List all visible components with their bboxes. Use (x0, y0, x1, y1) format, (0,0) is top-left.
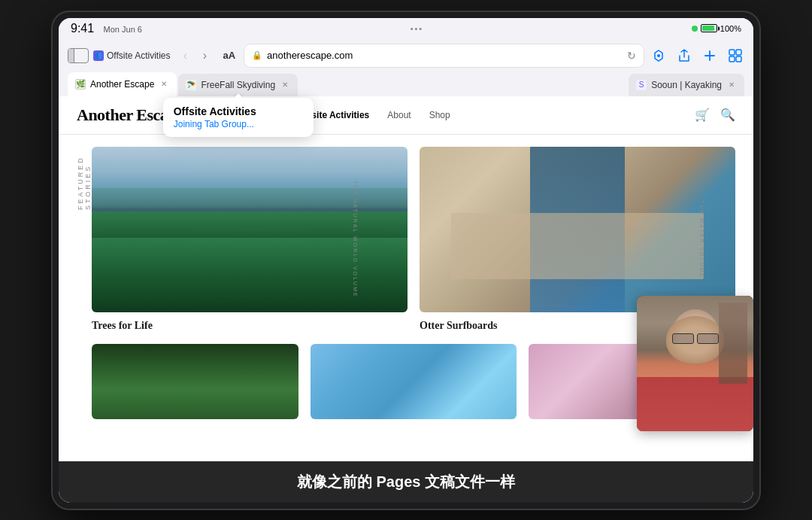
toolbar-left: 👥 Offsite Activities (68, 48, 170, 63)
svg-rect-3 (729, 50, 735, 55)
main-content: FEATURED STORIES THE NATURAL WORLD VOLUM… (59, 135, 753, 431)
svg-rect-4 (736, 50, 741, 55)
card-title-trees: Trees for Life (92, 320, 408, 332)
card-image-otter (420, 147, 735, 312)
glasses (672, 333, 719, 344)
url-text: anotherescape.com (267, 50, 353, 61)
svg-rect-6 (736, 56, 741, 62)
svg-point-0 (657, 54, 660, 57)
trees-image (92, 147, 408, 312)
svg-rect-5 (729, 56, 735, 62)
tab-freefall-skydiving[interactable]: 🪂 FreeFall Skydiving ✕ Offsite Activitie… (178, 74, 298, 96)
facetime-overlay[interactable] (637, 296, 753, 431)
browser-toolbar: 👥 Offsite Activities ‹ › aA 🔒 anotheresc… (68, 42, 744, 69)
tab-title-sooun: Sooun | Kayaking (651, 80, 722, 90)
sidebar-left-panel (68, 49, 74, 62)
new-tab-button[interactable] (701, 47, 719, 65)
battery-pct: 100% (720, 24, 741, 33)
toolbar-right (650, 47, 744, 65)
lock-icon: 🔒 (252, 50, 262, 60)
search-icon[interactable]: 🔍 (720, 108, 735, 122)
tab-group-label[interactable]: 👥 Offsite Activities (93, 50, 170, 61)
popup-arrow (234, 93, 243, 98)
reader-mode-button[interactable]: aA (220, 50, 238, 61)
ipad-frame: 9:41 Mon Jun 6 ••• 100% (53, 12, 759, 509)
otter-image (420, 147, 735, 312)
tab-favicon-another-escape: 🌿 (75, 79, 86, 90)
popup-subtitle: Joining Tab Group... (174, 119, 303, 129)
workshop-floor (451, 213, 704, 279)
card-side-label-trees: THE NATURAL WORLD VOLUME (353, 181, 358, 297)
tab-sooun-kayaking[interactable]: S Sooun | Kayaking ✕ (629, 74, 744, 96)
person-body (637, 377, 753, 431)
nav-buttons: ‹ › (176, 47, 214, 65)
bookshelf (719, 303, 748, 384)
tab-group-icon: 👥 (93, 50, 104, 61)
battery-fill (702, 26, 714, 31)
site-nav-icons: 🛒 🔍 (695, 108, 735, 122)
nav-link-shop[interactable]: Shop (429, 110, 450, 120)
card-trees-for-life[interactable]: THE NATURAL WORLD VOLUME Trees for Life (92, 147, 408, 332)
tab-another-escape[interactable]: 🌿 Another Escape ✕ (68, 72, 177, 96)
back-button[interactable]: ‹ (176, 47, 194, 65)
cart-icon[interactable]: 🛒 (695, 108, 710, 122)
tab-favicon-freefall: 🪂 (186, 80, 196, 90)
extensions-icon (652, 49, 665, 62)
share-icon (677, 49, 691, 62)
website-content: Another Escape Featured Stories Offsite … (59, 96, 753, 503)
popup-title: Offsite Activities (174, 105, 303, 117)
status-time: 9:41 Mon Jun 6 (71, 22, 142, 35)
card-image-trees (92, 147, 408, 312)
forward-button[interactable]: › (195, 47, 214, 65)
browser-chrome: 👥 Offsite Activities ‹ › aA 🔒 anotheresc… (59, 39, 753, 96)
share-button[interactable] (675, 47, 693, 65)
status-bar: 9:41 Mon Jun 6 ••• 100% (59, 18, 753, 39)
featured-label: FEATURED STORIES (77, 150, 92, 210)
card-side-label-otter: THE WATER VOLUME (700, 200, 705, 278)
bottom-card-mountain[interactable] (311, 344, 517, 419)
sidebar-toggle-button[interactable] (68, 48, 89, 63)
tabs-overview-icon (728, 48, 743, 63)
tab-close-another-escape[interactable]: ✕ (159, 79, 169, 90)
reload-button[interactable]: ↻ (627, 50, 636, 62)
ipad-screen: 9:41 Mon Jun 6 ••• 100% (59, 18, 753, 503)
facetime-person-video (637, 296, 753, 431)
tab-close-sooun[interactable]: ✕ (726, 80, 737, 90)
tab-title-another-escape: Another Escape (90, 79, 154, 90)
status-indicators: 100% (692, 24, 741, 33)
tab-group-popup: Offsite Activities Joining Tab Group... (163, 98, 314, 137)
new-tab-icon (703, 49, 717, 62)
battery-icon (701, 24, 717, 32)
extensions-button[interactable] (650, 47, 668, 65)
charging-indicator (692, 26, 698, 32)
bottom-card-forest[interactable] (92, 344, 298, 419)
nav-link-about[interactable]: About (387, 110, 411, 120)
tab-close-freefall[interactable]: ✕ (280, 80, 290, 90)
tab-favicon-sooun: S (636, 80, 647, 90)
tabs-row: 🌿 Another Escape ✕ 🪂 FreeFall Skydiving … (68, 69, 744, 96)
bottom-caption: 就像之前的 Pages 文稿文件一样 (59, 461, 753, 503)
sidebar-right-panel (74, 49, 88, 62)
address-bar[interactable]: 🔒 anotherescape.com ↻ (244, 44, 644, 67)
tabs-overview-button[interactable] (726, 47, 744, 65)
tab-title-freefall: FreeFall Skydiving (201, 80, 275, 90)
status-dots: ••• (411, 24, 424, 33)
